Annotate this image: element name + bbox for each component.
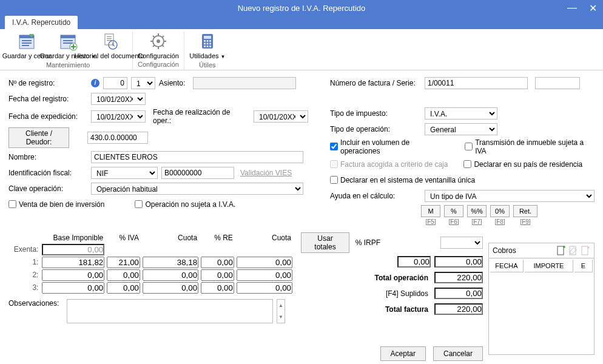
aceptar-button[interactable]: Aceptar	[380, 346, 426, 361]
svg-rect-38	[582, 246, 588, 255]
fecha-expedicion-input[interactable]: 10/01/20XX	[91, 110, 146, 123]
usar-totales-button[interactable]: Usar totales	[301, 232, 349, 253]
save-close-icon	[17, 32, 36, 51]
info-icon[interactable]: i	[91, 79, 99, 87]
svg-rect-26	[204, 36, 211, 39]
cancelar-button[interactable]: Cancelar	[433, 346, 483, 361]
close-button[interactable]: ✕	[587, 2, 599, 14]
cliente-deudor-button[interactable]: Cliente / Deudor:	[8, 127, 69, 148]
id-fiscal-tipo-select[interactable]: NIF	[91, 167, 158, 179]
fecha-operacion-input[interactable]: 10/01/20XX	[254, 110, 308, 123]
label-total-factura: Total factura	[301, 304, 431, 315]
svg-rect-7	[63, 40, 73, 41]
cobros-col-e: E	[574, 260, 593, 272]
label-fecha-operacion: Fecha de realización de oper.:	[153, 108, 250, 125]
label-asiento: Asiento:	[159, 79, 189, 87]
ribbon-group-utiles: Útiles	[199, 61, 216, 69]
svg-rect-11	[107, 36, 112, 37]
col-base: Base Imponible	[41, 232, 106, 243]
ribbon-group-configuracion: Configuración	[138, 61, 179, 68]
label-total-operacion: Total operación	[301, 272, 431, 283]
r2-re[interactable]	[201, 269, 234, 281]
validacion-vies-link: Validación VIES	[240, 169, 292, 177]
n-registro-serie-select[interactable]: 1	[131, 77, 155, 89]
n-registro-input[interactable]	[103, 77, 127, 89]
label-ayuda-calculo: Ayuda en el cálculo:	[330, 192, 421, 200]
utilidades-button[interactable]: Utilidades ▼	[189, 32, 226, 60]
chk-ventanilla-unica[interactable]: Declarar en el sistema de ventanilla úni…	[330, 176, 475, 184]
chk-venta-inversion[interactable]: Venta de bien de inversión	[8, 200, 104, 209]
r1-base[interactable]	[42, 257, 104, 268]
table-row: 2:	[8, 269, 294, 281]
label-num-factura: Número de factura / Serie:	[330, 79, 421, 87]
label-tipo-impuesto: Tipo de impuesto:	[330, 109, 421, 118]
r3-iva[interactable]	[107, 282, 140, 294]
chk-no-sujeta[interactable]: Operación no sujeta a I.V.A.	[135, 200, 235, 209]
document-history-icon	[99, 32, 119, 51]
r3-cuota[interactable]	[143, 282, 198, 294]
r1-cuota2[interactable]	[237, 257, 292, 268]
observaciones-stepper[interactable]: ▲ ▼	[277, 299, 285, 323]
calculator-icon	[198, 32, 217, 51]
svg-line-21	[153, 36, 155, 38]
gear-icon	[149, 32, 168, 51]
title-bar: Nuevo registro de I.V.A. Repercutido — ✕	[0, 0, 603, 16]
fecha-registro-input[interactable]: 10/01/20XX	[91, 93, 146, 105]
num-factura-serie-input[interactable]	[535, 77, 580, 89]
chk-incluir-volumen[interactable]: Incluir en volumen de operaciones	[330, 138, 449, 155]
svg-rect-3	[22, 42, 32, 44]
tipo-impuesto-select[interactable]: I.V.A.	[425, 107, 497, 120]
ayuda-calculo-select[interactable]: Un tipo de IVA	[425, 190, 595, 202]
r3-cuota2[interactable]	[237, 282, 292, 294]
delete-cobro-icon[interactable]	[581, 246, 590, 255]
tab-iva-repercutido[interactable]: I.V.A. Repercutido	[5, 16, 78, 29]
r2-iva[interactable]	[107, 269, 140, 281]
svg-rect-6	[61, 35, 75, 38]
clave-operacion-select[interactable]: Operación habitual	[91, 183, 303, 195]
r3-base[interactable]	[42, 282, 104, 294]
label-id-fiscal: Identificación fiscal:	[8, 169, 87, 177]
r1-cuota[interactable]	[143, 257, 198, 268]
col-cuota: Cuota	[141, 232, 200, 243]
calc-ret-button[interactable]: Ret.	[513, 205, 537, 217]
id-fiscal-input[interactable]	[161, 167, 234, 179]
calc-zero-button[interactable]: 0%	[490, 205, 510, 217]
cobros-col-fecha: FECHA	[490, 260, 524, 272]
r1-iva[interactable]	[107, 257, 140, 268]
svg-rect-32	[209, 43, 211, 45]
chevron-up-icon[interactable]: ▲	[277, 300, 285, 311]
calc-pct-button[interactable]: %	[444, 205, 463, 217]
num-factura-input[interactable]	[425, 77, 528, 89]
svg-rect-4	[22, 45, 29, 46]
svg-rect-33	[204, 46, 206, 47]
cliente-input[interactable]	[87, 132, 148, 144]
r1-re[interactable]	[201, 257, 234, 268]
edit-cobro-icon[interactable]	[568, 246, 578, 255]
minimize-button[interactable]: —	[565, 2, 579, 13]
chk-declarar-pais[interactable]: Declarar en su país de residencia	[463, 160, 582, 169]
tipo-operacion-select[interactable]: General	[425, 123, 497, 135]
r2-cuota2[interactable]	[237, 269, 292, 281]
r3-re[interactable]	[201, 282, 234, 294]
add-cobro-icon[interactable]	[556, 246, 566, 255]
svg-rect-28	[206, 40, 208, 42]
col-cuota2: Cuota	[235, 232, 294, 243]
r2-base[interactable]	[42, 269, 104, 281]
svg-point-16	[157, 39, 160, 43]
svg-rect-31	[206, 43, 208, 45]
r2-cuota[interactable]	[143, 269, 198, 281]
table-row: 1:	[8, 256, 294, 269]
nombre-input[interactable]	[91, 151, 303, 163]
observaciones-input[interactable]	[67, 299, 273, 323]
svg-rect-13	[107, 40, 112, 41]
chevron-down-icon[interactable]: ▼	[277, 311, 285, 323]
irpf-select[interactable]	[440, 237, 483, 249]
svg-rect-12	[107, 38, 112, 39]
label-nombre: Nombre:	[8, 153, 87, 161]
chk-criterio-caja: Factura acogida a criterio de caja	[330, 160, 448, 169]
calc-m-button[interactable]: M	[421, 205, 440, 217]
calc-pctpct-button[interactable]: %%	[467, 205, 487, 217]
ribbon: Guardar y cerrar Guardar y nuevo ▼ Histo…	[0, 29, 603, 70]
chk-transmision-inmueble[interactable]: Transmisión de inmueble sujeta a IVA	[465, 138, 595, 155]
svg-rect-36	[558, 246, 564, 255]
